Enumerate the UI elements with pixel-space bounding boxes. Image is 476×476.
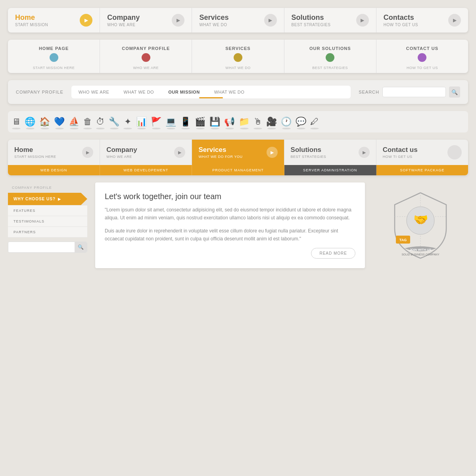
icon-sym-6: ⏱ [96,117,105,126]
content-area: COMPANY PROFILE WHY CHOOSE US? FEATURES … [8,182,468,268]
icon-item-19[interactable]: 🕐 [281,117,292,129]
nav4-subnav-item-4[interactable]: SOFTWARE PACKAGE [376,165,468,175]
nav1-arrow-3: ▶ [356,14,369,27]
nav3-search-label: SEARCH [359,90,379,94]
sidebar-active-btn[interactable]: WHY CHOOSE US? [8,193,87,205]
icon-item-12[interactable]: 📱 [180,117,191,129]
nav3-tab-3[interactable]: WHAT WE DO [207,86,252,98]
icon-sym-2: 🏠 [39,117,50,126]
icon-item-15[interactable]: 📢 [224,117,235,129]
icon-shadow-11 [167,128,175,129]
icon-sym-12: 📱 [180,117,191,126]
nav1-main-0: Home [15,13,48,22]
nav4-subnav-item-0[interactable]: WEB DESIGN [8,165,100,175]
icon-shadow-8 [123,128,132,129]
nav1-text-0: Home START MISSION [15,13,48,27]
nav4-subnav-item-1[interactable]: WEB DEVELOPEMENT [100,165,192,175]
icon-shadow-13 [196,128,205,129]
icon-item-20[interactable]: 💬 [296,117,306,129]
nav2-item-3[interactable]: OUR SOLUTIONS BEST STRATEGIES [284,40,376,73]
nav2-item-2[interactable]: SERVICES WHAT WE DO [192,40,284,73]
nav4-arrow-1: ▶ [174,147,185,158]
sidebar-item-features[interactable]: FEATURES [8,205,87,216]
icon-shadow-5 [83,128,92,129]
icon-sym-9: 📊 [136,117,147,126]
nav1-item-1[interactable]: Company WHO WE ARE ▶ [100,8,192,33]
icon-item-6[interactable]: ⏱ [96,117,105,129]
icon-item-16[interactable]: 📁 [239,117,250,129]
nav2-main-4: CONTACT US [406,46,438,51]
icon-item-9[interactable]: 📊 [136,117,147,129]
icon-sym-4: ⛵ [69,117,79,126]
nav1-arrow-1: ▶ [172,14,184,27]
nav1-main-2: Services [199,13,228,22]
nav4-subnav-item-2[interactable]: PRODUCT MANAGEMENT [192,165,284,175]
icon-sym-15: 📢 [224,117,235,126]
icon-item-8[interactable]: ✦ [123,117,132,129]
nav4-item-2[interactable]: Services WHAT WE DO FOR YOU ▶ [192,140,284,165]
nav4-item-1[interactable]: Company WHO WE ARE ▶ [100,140,192,165]
sidebar-item-partners[interactable]: PARTNERS [8,227,87,238]
icon-item-10[interactable]: 🚩 [151,117,161,129]
nav4-item-4[interactable]: Contact us HOW TI GET US [376,140,468,165]
nav4-item-0[interactable]: Home START MISSION HERE ▶ [8,140,100,165]
icon-shadow-12 [181,128,190,129]
icon-item-17[interactable]: 🖱 [253,117,262,129]
icon-item-2[interactable]: 🏠 [39,117,50,129]
svg-text:🤝: 🤝 [413,213,428,227]
icon-sym-17: 🖱 [253,117,262,126]
nav2-main-1: COMPANY PROFILE [122,46,170,51]
nav1-text-2: Services WHAT WE DO [199,13,228,27]
icon-item-11[interactable]: 💻 [165,117,176,129]
icon-shadow-0 [12,128,21,129]
icon-item-0[interactable]: 🖥 [12,117,21,129]
sidebar-item-testimonials[interactable]: TESTIMONIALS [8,216,87,227]
nav4-text-3: Solutions BEST STRATEGIES [291,146,326,159]
nav2-dot-4 [418,53,426,62]
nav2-item-0[interactable]: HOME PAGE START MISSION HERE [8,40,100,73]
search-input[interactable] [382,87,446,97]
nav4-main-3: Solutions [291,146,326,154]
nav4-main-4: Contact us [383,146,418,154]
nav4-subnav-item-3[interactable]: SERVER ADMINISTRATION [284,165,376,175]
nav2-item-4[interactable]: CONTACT US HOW TO GET US [376,40,468,73]
main-body-2: Duis aute irure dolor in reprehenderit i… [105,227,355,243]
nav4-arrow-3: ▶ [359,147,370,158]
icon-sym-18: 🎥 [266,117,277,126]
icon-bar: 🖥 🌐 🏠 💙 ⛵ 🗑 ⏱ 🔧 ✦ 📊 [8,111,468,132]
icon-item-18[interactable]: 🎥 [266,117,277,129]
sidebar-search-button[interactable]: 🔍 [75,242,87,252]
nav2-sub-3: BEST STRATEGIES [312,66,348,70]
icon-item-21[interactable]: 🖊 [310,117,319,129]
nav2-top-row: HOME PAGE START MISSION HERE COMPANY PRO… [8,40,468,73]
icon-item-14[interactable]: 💾 [209,117,220,129]
icon-item-1[interactable]: 🌐 [25,117,35,129]
nav1-item-0[interactable]: Home START MISSION ▶ [8,8,100,33]
nav2-item-1[interactable]: COMPANY PROFILE WHO WE ARE [100,40,192,73]
nav3-tab-2[interactable]: OUR MISSION [161,86,207,98]
nav4-item-3[interactable]: Solutions BEST STRATEGIES ▶ [284,140,376,165]
icon-item-4[interactable]: ⛵ [69,117,79,129]
nav3-tab-1[interactable]: WHAT WE DO [116,86,161,98]
badge-shield: 🤝 TAG JOIN WITH US SOLID BUSINESS COMPAN… [385,189,456,260]
icon-item-3[interactable]: 💙 [54,117,65,129]
icon-shadow-9 [137,128,146,129]
nav4-sub-0: START MISSION HERE [14,155,56,159]
nav-bar-4: Home START MISSION HERE ▶ Company WHO WE… [8,140,468,175]
nav1-item-4[interactable]: Contacts HOW TO GET US ▶ [376,8,468,33]
nav4-circle-4 [447,145,462,159]
nav2-dot-0 [50,53,58,62]
sidebar-search-input[interactable] [8,242,75,252]
nav1-item-2[interactable]: Services WHAT WE DO ▶ [192,8,284,33]
icon-item-7[interactable]: 🔧 [109,117,119,129]
main-body-1: "Lorem ipsum dolor sit amet, consectetur… [105,206,355,222]
read-more-button[interactable]: READ MORE [311,248,355,259]
icon-sym-10: 🚩 [151,117,161,126]
nav1-text-1: Company WHO WE ARE [107,13,140,27]
search-button[interactable]: 🔍 [449,86,460,98]
nav4-sub-1: WHO WE ARE [106,155,137,159]
icon-item-13[interactable]: 🎬 [195,117,205,129]
nav1-item-3[interactable]: Solutions BEST STRATEGIES ▶ [284,8,376,33]
nav3-tab-0[interactable]: WHO WE ARE [71,86,117,98]
icon-item-5[interactable]: 🗑 [83,117,92,129]
